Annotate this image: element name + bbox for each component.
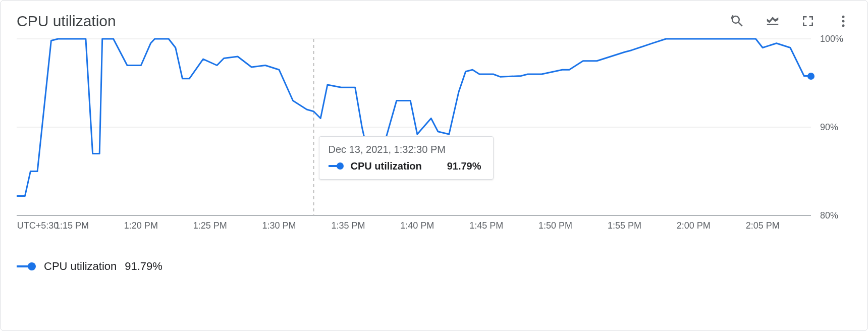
x-tick-label: 1:35 PM bbox=[331, 220, 365, 231]
svg-point-0 bbox=[842, 16, 845, 18]
zoom-reset-button[interactable] bbox=[729, 13, 745, 29]
chart-header: CPU utilization bbox=[17, 13, 851, 30]
zoom-reset-icon bbox=[730, 14, 745, 29]
tooltip-series-label: CPU utilization bbox=[351, 160, 422, 172]
tooltip-value: 91.79% bbox=[429, 160, 481, 172]
x-tick-label: 1:20 PM bbox=[124, 220, 158, 231]
legend-marker-icon bbox=[17, 262, 36, 270]
svg-point-1 bbox=[842, 20, 845, 23]
x-tick-label: 2:00 PM bbox=[677, 220, 711, 231]
y-tick-label: 100% bbox=[820, 34, 843, 44]
y-tick-label: 90% bbox=[820, 122, 838, 133]
fullscreen-button[interactable] bbox=[800, 13, 816, 29]
legend-value: 91.79% bbox=[125, 260, 162, 273]
tooltip-row: CPU utilization 91.79% bbox=[329, 160, 481, 172]
legend-toggle-button[interactable] bbox=[765, 13, 781, 29]
more-options-button[interactable] bbox=[835, 13, 851, 29]
svg-point-2 bbox=[842, 24, 845, 27]
y-tick-label: 80% bbox=[820, 210, 838, 221]
chart-tooltip: Dec 13, 2021, 1:32:30 PM CPU utilization… bbox=[319, 136, 494, 180]
x-tick-label: 1:15 PM bbox=[55, 220, 89, 231]
series-marker-icon bbox=[329, 162, 344, 170]
fullscreen-icon bbox=[800, 14, 816, 29]
chart-card: CPU utilization 100%90%80% UTC+5:301:15 … bbox=[0, 0, 868, 331]
tooltip-timestamp: Dec 13, 2021, 1:32:30 PM bbox=[329, 144, 481, 155]
chart-toolbar bbox=[729, 13, 851, 29]
legend-toggle-icon bbox=[765, 14, 780, 29]
x-tick-label: 1:25 PM bbox=[193, 220, 227, 231]
chart-legend: CPU utilization 91.79% bbox=[17, 260, 851, 273]
x-tick-label: 1:45 PM bbox=[469, 220, 503, 231]
x-tick-label: 1:40 PM bbox=[400, 220, 434, 231]
x-tick-label: 1:50 PM bbox=[538, 220, 572, 231]
chart-plot-area[interactable]: 100%90%80% UTC+5:301:15 PM1:20 PM1:25 PM… bbox=[17, 34, 851, 251]
legend-label: CPU utilization bbox=[44, 260, 117, 273]
series-end-point-icon bbox=[807, 73, 815, 80]
x-tick-label: 1:55 PM bbox=[608, 220, 641, 231]
x-tick-label: 1:30 PM bbox=[262, 220, 296, 231]
timezone-label: UTC+5:30 bbox=[17, 220, 59, 231]
kebab-menu-icon bbox=[836, 14, 851, 29]
x-tick-label: 2:05 PM bbox=[746, 220, 780, 231]
chart-title: CPU utilization bbox=[17, 13, 116, 30]
